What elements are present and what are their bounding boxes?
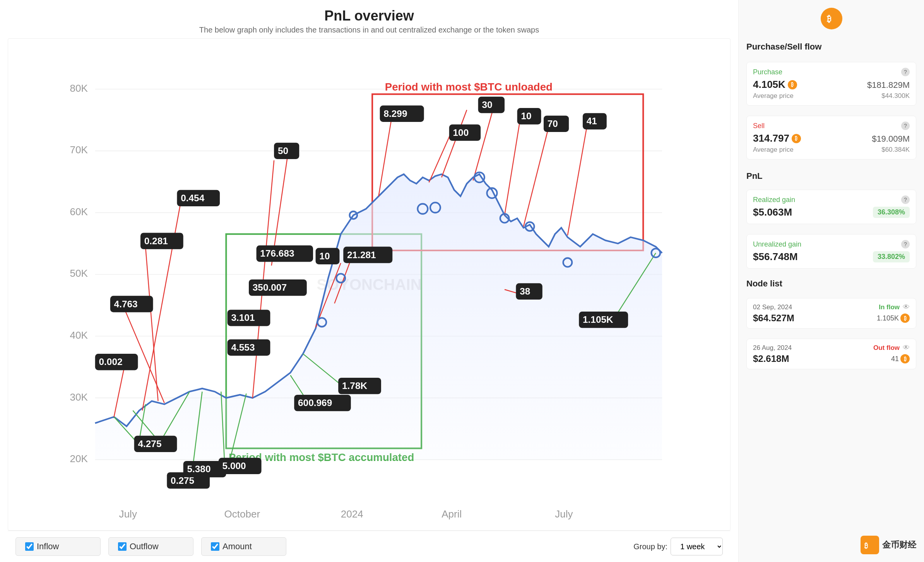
svg-text:3.101: 3.101 [231,312,255,323]
svg-text:30: 30 [482,99,492,110]
node-card-1-header: 26 Aug, 2024 Out flow 👁 [753,344,910,352]
realized-gain-pct: 36.308% [873,207,910,218]
sell-btc-amount: 314.797 ₿ [753,132,801,144]
svg-text:40K: 40K [70,329,88,341]
purchase-usd-amount: $181.829M [867,80,910,90]
svg-text:0.281: 0.281 [144,236,168,246]
node-card-1: 26 Aug, 2024 Out flow 👁 $2.618M 41 ₿ [746,339,916,369]
node-1-eye-icon[interactable]: 👁 [903,344,910,352]
svg-text:100: 100 [453,127,469,138]
node-1-btc: 41 ₿ [891,354,910,363]
svg-text:30K: 30K [70,391,88,403]
node-list-title: Node list [746,279,916,289]
svg-text:1.105K: 1.105K [583,314,613,325]
purchase-btc-amount: 4.105K ₿ [753,79,797,91]
svg-text:0.454: 0.454 [181,193,205,203]
node-card-1-body: $2.618M 41 ₿ [753,353,910,364]
outflow-checkbox-item[interactable]: Outflow [108,537,193,556]
svg-text:₿: ₿ [864,542,868,550]
svg-text:2024: 2024 [341,508,363,520]
group-by-label: Group by: [633,542,667,551]
svg-text:July: July [555,508,573,520]
purchase-help-icon[interactable]: ? [901,68,910,76]
pnl-title: PnL [746,171,916,181]
purchase-main: 4.105K ₿ $181.829M [753,79,910,91]
svg-text:1.78K: 1.78K [342,380,368,391]
sell-avg: Average price $60.384K [753,146,910,154]
sell-main: 314.797 ₿ $19.009M [753,132,910,144]
inflow-checkbox[interactable] [25,542,34,551]
sell-label: Sell [753,122,765,130]
unrealized-gain-card: Unrealized gain ? $56.748M 33.802% [746,234,916,269]
inflow-checkbox-item[interactable]: Inflow [15,537,101,556]
group-by-select[interactable]: 1 day 1 week 1 month [671,538,723,555]
unrealized-gain-amount: $56.748M [753,251,798,263]
realized-gain-amount: $5.063M [753,206,792,218]
purchase-sell-title: Purchase/Sell flow [746,42,916,52]
svg-text:176.683: 176.683 [260,248,294,259]
logo-icon: ₿ [861,536,879,554]
amount-label: Amount [222,541,252,552]
sell-btc-badge: ₿ [792,134,801,143]
inflow-label: Inflow [37,541,59,552]
svg-text:70: 70 [548,118,558,129]
chart-svg: 80K 70K 60K 50K 40K 30K 20K July October… [8,39,730,530]
logo-area: ₿ 金币财经 [746,529,916,554]
realized-gain-card: Realized gain ? $5.063M 36.308% [746,190,916,224]
group-by-container: Group by: 1 day 1 week 1 month [633,538,723,555]
node-1-date: 26 Aug, 2024 [753,344,792,352]
logo-text: 金币财经 [882,539,916,551]
svg-text:80K: 80K [70,82,88,94]
realized-gain-value: $5.063M 36.308% [753,206,910,218]
svg-text:July: July [119,508,137,520]
node-0-btc-badge: ₿ [900,314,910,323]
node-1-flow-type: Out flow [873,344,900,352]
svg-text:50K: 50K [70,267,88,279]
node-0-eye-icon[interactable]: 👁 [903,303,910,311]
svg-text:70K: 70K [70,144,88,156]
btc-icon: ₿ [821,8,842,29]
chart-header: PnL overview The below graph only includ… [8,8,731,34]
purchase-avg: Average price $44.300K [753,92,910,100]
purchase-card-header: Purchase ? [753,68,910,76]
svg-text:10: 10 [319,251,330,261]
amount-checkbox[interactable] [211,542,219,551]
amount-checkbox-item[interactable]: Amount [201,537,286,556]
svg-line-35 [145,247,158,401]
svg-text:5.380: 5.380 [187,464,210,474]
page-title: PnL overview [8,8,731,24]
unrealized-gain-value: $56.748M 33.802% [753,251,910,263]
svg-line-33 [114,365,125,417]
svg-text:4.553: 4.553 [231,342,255,353]
node-card-0-body: $64.527M 1.105K ₿ [753,313,910,324]
svg-text:April: April [441,508,462,520]
svg-text:20K: 20K [70,453,88,464]
svg-text:60K: 60K [70,206,88,218]
sell-usd-amount: $19.009M [872,134,910,144]
svg-text:350.007: 350.007 [253,282,287,293]
sell-help-icon[interactable]: ? [901,122,910,130]
realized-help-icon[interactable]: ? [901,195,910,204]
purchase-label: Purchase [753,68,782,76]
main-container: PnL overview The below graph only includ… [0,0,924,562]
unrealized-help-icon[interactable]: ? [901,240,910,248]
node-1-btc-badge: ₿ [900,354,910,363]
unrealized-gain-label: Unrealized gain [753,240,801,248]
svg-line-47 [568,118,589,235]
svg-line-37 [253,160,274,398]
svg-text:8.299: 8.299 [383,108,407,119]
unrealized-gain-header: Unrealized gain ? [753,240,910,248]
svg-text:21.281: 21.281 [347,250,376,260]
unrealized-gain-pct: 33.802% [873,251,910,262]
purchase-btc-badge: ₿ [788,80,797,89]
sell-card: Sell ? 314.797 ₿ $19.009M Average price … [746,116,916,159]
svg-text:600.969: 600.969 [298,398,332,408]
svg-text:October: October [224,508,260,520]
svg-line-46 [524,122,550,226]
node-0-btc: 1.105K ₿ [877,314,910,323]
outflow-checkbox[interactable] [118,542,127,551]
right-panel: ₿ Purchase/Sell flow Purchase ? 4.105K ₿… [738,0,924,562]
node-card-0: 02 Sep, 2024 In flow 👁 $64.527M 1.105K ₿ [746,298,916,329]
node-0-date: 02 Sep, 2024 [753,303,792,311]
chart-wrapper: SOYONCHAIN 80K 70K 60K 50K 40K 30K 20K [8,38,731,531]
